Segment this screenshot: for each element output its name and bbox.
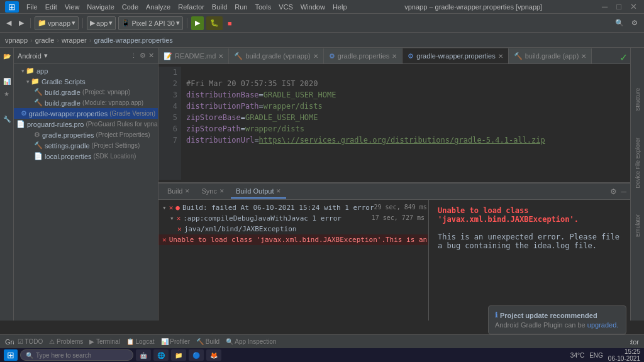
menu-code[interactable]: Code bbox=[122, 3, 138, 11]
bottom-tab-sync-close[interactable]: ✕ bbox=[219, 188, 225, 194]
build-expand-failed[interactable]: ▾ bbox=[162, 204, 167, 212]
device-selector[interactable]: 📱 Pixel 2 API 30 ▾ bbox=[118, 16, 183, 30]
menu-vcs[interactable]: VCS bbox=[279, 3, 293, 11]
tree-item-app[interactable]: ▾ 📁 app bbox=[14, 65, 158, 76]
menu-help[interactable]: Help bbox=[333, 3, 347, 11]
build-item-compile[interactable]: ▾ ✕ :app:compileDebugJavaWithJavac 1 err… bbox=[158, 213, 428, 224]
tab-close-build-gradle-app[interactable]: ✕ bbox=[581, 53, 586, 60]
sidebar-resource-icon[interactable]: 📊 bbox=[1, 75, 13, 87]
toolbar-forward-btn[interactable]: ▶ bbox=[16, 16, 26, 30]
sidebar-project-icon[interactable]: 📂 bbox=[1, 50, 13, 62]
tree-arrow-app[interactable]: ▾ bbox=[21, 68, 25, 74]
menu-build[interactable]: Build bbox=[212, 3, 227, 11]
tree-item-gradle-wrapper-props[interactable]: ⚙ gradle-wrapper.properties (Gradle Vers… bbox=[14, 108, 158, 119]
bottom-tab-build-output[interactable]: Build Output ✕ bbox=[231, 185, 287, 199]
tab-todo[interactable]: ☑ TODO bbox=[18, 338, 43, 345]
taskbar-explorer[interactable]: 📁 bbox=[171, 349, 186, 361]
menu-refactor[interactable]: Refactor bbox=[178, 3, 204, 11]
menu-tools[interactable]: Tools bbox=[255, 3, 271, 11]
editor-content[interactable]: 1 2 3 4 5 6 7 #Fri Mar 20 07:57:35 IST 2… bbox=[158, 64, 630, 182]
tab-close-gradle-properties[interactable]: ✕ bbox=[392, 53, 397, 60]
bottom-tab-build-output-close[interactable]: ✕ bbox=[276, 188, 281, 194]
menu-file[interactable]: File bbox=[26, 3, 38, 11]
search-everywhere-btn[interactable]: 🔍 bbox=[613, 16, 626, 30]
settings-btn[interactable]: ⚙ bbox=[629, 16, 640, 30]
bottom-settings-icon[interactable]: ⚙ bbox=[610, 187, 617, 196]
bottom-tab-sync[interactable]: Sync ✕ bbox=[196, 185, 229, 199]
tab-app-inspection[interactable]: 🔍 App Inspection bbox=[226, 338, 276, 345]
build-icon-jaxb-error: ✕ bbox=[162, 236, 167, 244]
tree-item-build-gradle-module[interactable]: 🔨 build.gradle (Module: vpnapp.app) bbox=[14, 97, 158, 108]
tree-item-build-gradle-project[interactable]: 🔨 build.gradle (Project: vpnapp) bbox=[14, 87, 158, 97]
notification-link[interactable]: upgraded. bbox=[587, 321, 619, 329]
tab-close-readme[interactable]: ✕ bbox=[218, 53, 223, 60]
sidebar-build-variants-icon[interactable]: 🔧 bbox=[1, 113, 13, 124]
build-item-jaxb[interactable]: ✕ java/xml/bind/JAXBException bbox=[158, 224, 428, 234]
build-item-failed[interactable]: ▾ ✕ ● Build: failed At 06-10-2021 15:24 … bbox=[158, 202, 428, 213]
maximize-button[interactable]: □ bbox=[616, 2, 621, 11]
menu-run[interactable]: Run bbox=[235, 3, 247, 11]
tree-settings-icon[interactable]: ⚙ bbox=[140, 52, 146, 60]
tab-profiler[interactable]: 📊 Profiler bbox=[161, 338, 190, 345]
tree-item-gradle-scripts[interactable]: ▾ 📁 Gradle Scripts bbox=[14, 76, 158, 87]
menu-view[interactable]: View bbox=[65, 3, 80, 11]
tree-arrow-gradle-scripts[interactable]: ▾ bbox=[26, 79, 30, 85]
sidebar-device-file-explorer-label[interactable]: Device File Explorer bbox=[635, 135, 641, 191]
sidebar-bookmark-icon[interactable]: ★ bbox=[1, 88, 13, 99]
tab-logcat[interactable]: 📋 Logcat bbox=[126, 338, 155, 345]
menu-window[interactable]: Window bbox=[301, 3, 325, 11]
build-item-jaxb-error[interactable]: ✕ Unable to load class 'javax.xml.bind.J… bbox=[158, 234, 428, 245]
tree-hide-icon[interactable]: ✕ bbox=[148, 52, 154, 60]
tab-readme[interactable]: 📝 README.md ✕ bbox=[158, 48, 229, 63]
run-config-selector[interactable]: ▶ app ▾ bbox=[87, 16, 116, 30]
taskbar-edge[interactable]: 🌐 bbox=[153, 349, 169, 361]
taskbar-start-button[interactable]: ⊞ bbox=[4, 349, 18, 361]
tab-close-gradle-wrapper-properties[interactable]: ✕ bbox=[498, 53, 503, 60]
menu-navigate[interactable]: Navigate bbox=[87, 3, 114, 11]
code-editor[interactable]: #Fri Mar 20 07:57:35 IST 2020 distributi… bbox=[181, 67, 630, 180]
tree-item-proguard[interactable]: 📄 proguard-rules.pro (ProGuard Rules for… bbox=[14, 119, 158, 129]
toolbar-back-btn[interactable]: ◀ bbox=[4, 16, 14, 30]
tab-close-build-gradle-vpnapp[interactable]: ✕ bbox=[313, 53, 318, 60]
breadcrumb-part-2[interactable]: gradle bbox=[35, 36, 55, 44]
tree-item-local-props[interactable]: 📄 local.properties (SDK Location) bbox=[14, 151, 158, 162]
tab-problems[interactable]: ⚠ Problems bbox=[49, 338, 83, 345]
project-selector[interactable]: 📁 vpnapp ▾ bbox=[35, 16, 79, 30]
taskbar-chrome[interactable]: 🔵 bbox=[189, 349, 204, 361]
line-num-2: 2 bbox=[158, 78, 177, 89]
sidebar-emulator-label[interactable]: Emulator bbox=[635, 212, 641, 239]
tab-gradle-properties[interactable]: ⚙ gradle.properties ✕ bbox=[324, 48, 403, 63]
sidebar-structure-label[interactable]: Structure bbox=[635, 85, 641, 114]
tab-build-bottom[interactable]: 🔨 Build bbox=[196, 338, 219, 345]
bottom-tab-build[interactable]: Build ✕ bbox=[162, 185, 195, 199]
menu-edit[interactable]: Edit bbox=[45, 3, 57, 11]
bottom-tabs-left: Build ✕ Sync ✕ Build Output ✕ bbox=[162, 185, 286, 199]
split-area: Android ▾ ⋮ ⚙ ✕ ▾ 📁 app bbox=[14, 48, 630, 321]
tab-terminal[interactable]: ▶ Terminal bbox=[89, 338, 119, 345]
menu-analyze[interactable]: Analyze bbox=[146, 3, 170, 11]
chrome-icon: 🔵 bbox=[192, 352, 200, 359]
stop-button[interactable]: ■ bbox=[225, 16, 235, 30]
bottom-tab-build-close[interactable]: ✕ bbox=[185, 188, 190, 194]
tree-item-settings-gradle[interactable]: 🔨 settings.gradle (Project Settings) bbox=[14, 140, 158, 151]
build-expand-compile[interactable]: ▾ bbox=[170, 214, 174, 222]
tab-build-gradle-app[interactable]: 🔨 build.gradle (app) ✕ bbox=[509, 48, 592, 63]
breadcrumb-part-1[interactable]: vpnapp bbox=[5, 36, 28, 44]
tree-collapse-all-icon[interactable]: ⋮ bbox=[130, 52, 137, 60]
bottom-minimize-icon[interactable]: ─ bbox=[621, 187, 626, 196]
device-name: Pixel 2 API 30 bbox=[131, 19, 175, 27]
tree-item-gradle-props[interactable]: ⚙ gradle.properties (Project Properties) bbox=[14, 129, 158, 140]
windows-start-button[interactable]: ⊞ bbox=[5, 1, 19, 13]
breadcrumb-part-3[interactable]: wrapper bbox=[62, 36, 87, 44]
debug-button[interactable]: 🐛 bbox=[206, 16, 223, 30]
taskbar-search-box[interactable]: 🔍 Type here to search bbox=[20, 349, 133, 361]
minimize-button[interactable]: ─ bbox=[602, 2, 608, 11]
android-dropdown-icon[interactable]: ▾ bbox=[44, 52, 48, 60]
taskbar-android-studio[interactable]: 🤖 bbox=[136, 349, 151, 361]
close-button[interactable]: ✕ bbox=[630, 2, 637, 11]
taskbar-firefox[interactable]: 🦊 bbox=[206, 349, 221, 361]
run-button[interactable]: ▶ bbox=[191, 16, 204, 30]
tab-gradle-wrapper-properties[interactable]: ⚙ gradle-wrapper.properties ✕ bbox=[402, 48, 508, 63]
toolbar-separator-1 bbox=[30, 18, 31, 28]
tab-build-gradle-vpnapp[interactable]: 🔨 build.gradle (vpnapp) ✕ bbox=[229, 48, 323, 63]
